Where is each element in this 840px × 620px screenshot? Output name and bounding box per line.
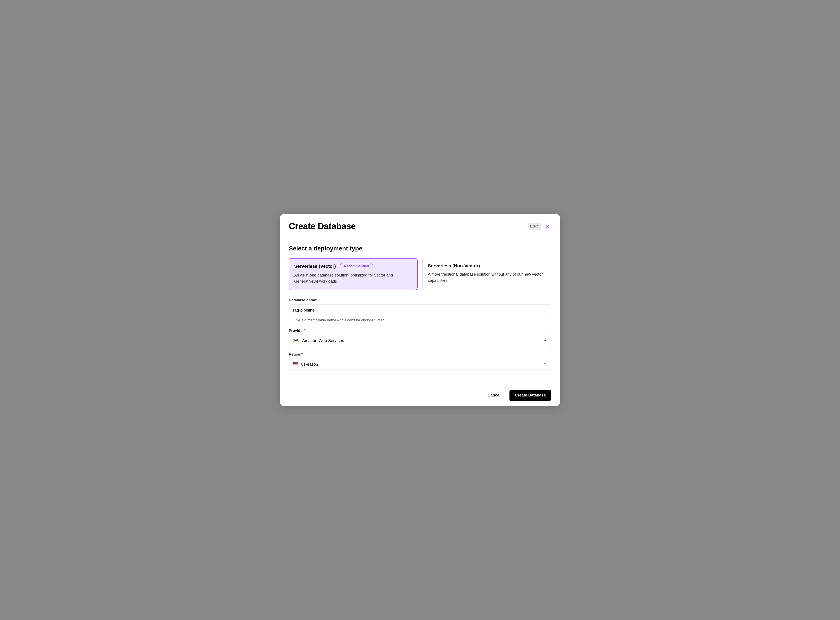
required-indicator: * bbox=[316, 298, 318, 302]
provider-select[interactable]: aws Amazon Web Services bbox=[289, 335, 551, 346]
database-name-input[interactable] bbox=[289, 304, 551, 316]
required-indicator: * bbox=[304, 329, 305, 333]
option-description: An all-in-one database solution, optimiz… bbox=[294, 272, 412, 284]
close-icon bbox=[545, 224, 550, 229]
modal-title: Create Database bbox=[289, 221, 356, 231]
region-label: Region* bbox=[289, 352, 303, 357]
recommended-badge: Recommended bbox=[340, 263, 373, 269]
region-select[interactable]: us-east-2 bbox=[289, 359, 551, 370]
region-select-wrapper: us-east-2 bbox=[289, 359, 551, 370]
header-actions: ESC bbox=[528, 223, 551, 230]
esc-key-hint: ESC bbox=[528, 223, 541, 230]
option-serverless-vector[interactable]: Serverless (Vector) Recommended An all-i… bbox=[289, 258, 418, 290]
cancel-button[interactable]: Cancel bbox=[482, 390, 506, 401]
deployment-type-heading: Select a deployment type bbox=[289, 245, 551, 252]
provider-label: Provider* bbox=[289, 329, 305, 333]
option-description: A more traditional database solution wit… bbox=[428, 271, 546, 284]
database-name-help: Give it a memorable name – this can't be… bbox=[289, 318, 551, 322]
option-title: Serverless (Vector) bbox=[294, 263, 336, 269]
required-indicator: * bbox=[302, 352, 303, 357]
provider-group: Provider* aws Amazon Web Services bbox=[289, 329, 551, 346]
option-serverless-nonvector[interactable]: Serverless (Non-Vector) A more tradition… bbox=[422, 258, 551, 290]
modal-body: Select a deployment type Serverless (Vec… bbox=[280, 238, 560, 385]
region-value: us-east-2 bbox=[301, 362, 318, 367]
deployment-options: Serverless (Vector) Recommended An all-i… bbox=[289, 258, 551, 290]
close-button[interactable] bbox=[544, 223, 551, 230]
database-name-group: Database name* Give it a memorable name … bbox=[289, 298, 551, 322]
create-database-modal: Create Database ESC Select a deployment … bbox=[280, 214, 560, 406]
database-name-label: Database name* bbox=[289, 298, 317, 302]
provider-value: Amazon Web Services bbox=[302, 338, 344, 343]
aws-icon: aws bbox=[293, 339, 299, 343]
region-group: Region* us-east-2 bbox=[289, 352, 551, 370]
us-flag-icon bbox=[293, 362, 298, 366]
provider-select-wrapper: aws Amazon Web Services bbox=[289, 335, 551, 346]
option-header: Serverless (Non-Vector) bbox=[428, 263, 546, 268]
option-title: Serverless (Non-Vector) bbox=[428, 263, 480, 268]
modal-footer: Cancel Create Database bbox=[280, 385, 560, 406]
modal-header: Create Database ESC bbox=[280, 214, 560, 238]
create-database-button[interactable]: Create Database bbox=[510, 390, 551, 401]
option-header: Serverless (Vector) Recommended bbox=[294, 263, 412, 269]
